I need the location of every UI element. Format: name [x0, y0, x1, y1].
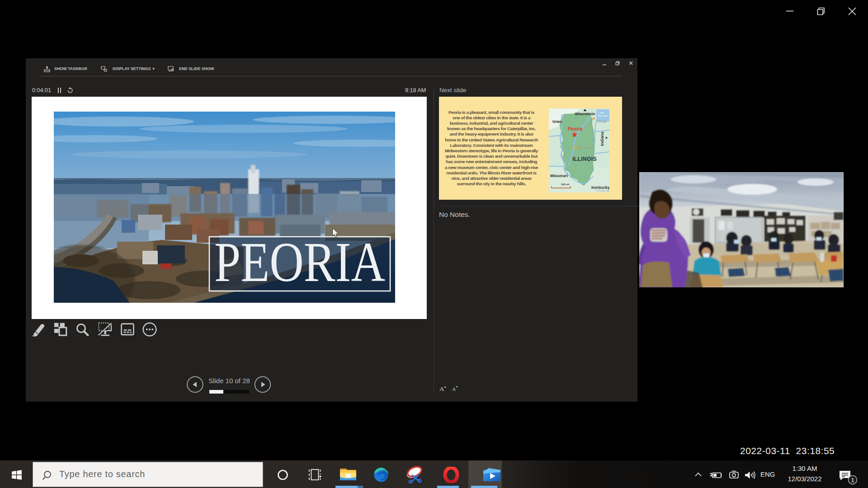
svg-text:Chicago: Chicago: [595, 120, 607, 123]
svg-text:Michigan: Michigan: [598, 114, 608, 117]
svg-text:ILLINOIS: ILLINOIS: [572, 156, 597, 162]
svg-text:A: A: [452, 386, 456, 392]
svg-text:Iowa: Iowa: [552, 119, 562, 124]
svg-text:1: 1: [851, 477, 854, 483]
svg-text:Springfield: Springfield: [578, 146, 593, 150]
svg-text:Indiana: Indiana: [600, 131, 604, 145]
svg-text:100 mi: 100 mi: [561, 183, 570, 186]
svg-text:PEORIA: PEORIA: [214, 231, 385, 293]
svg-text:Lake: Lake: [599, 111, 604, 114]
svg-text:Peoria: Peoria: [568, 126, 582, 131]
svg-text:A: A: [439, 385, 444, 392]
svg-text:Wisconsin: Wisconsin: [575, 112, 595, 116]
svg-text:Missouri: Missouri: [550, 173, 568, 178]
svg-text:© Peoria..com: © Peoria..com: [596, 189, 609, 192]
